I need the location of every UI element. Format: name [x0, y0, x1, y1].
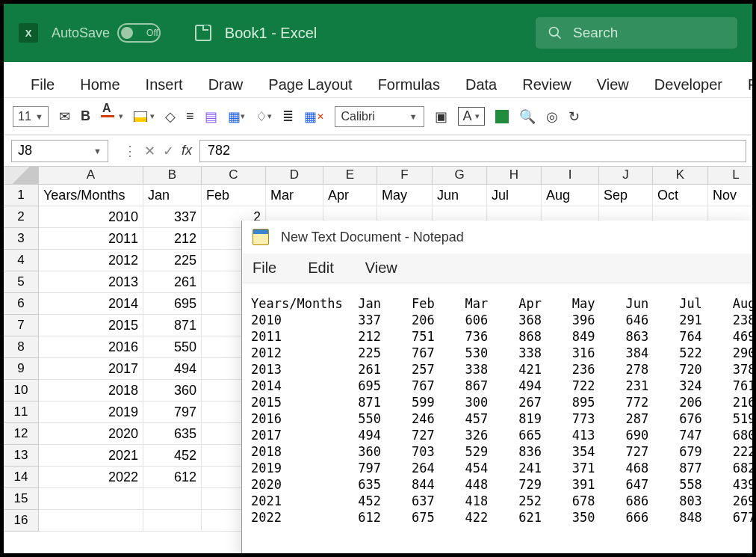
cell[interactable]: 2016: [39, 336, 143, 358]
color-swatch-icon[interactable]: [495, 110, 509, 123]
notepad-body[interactable]: Years/Months Jan Feb Mar Apr May Jun Jul…: [242, 283, 752, 538]
column-header[interactable]: B: [143, 167, 202, 185]
cell[interactable]: 612: [143, 467, 202, 488]
ribbon-tab-view[interactable]: View: [597, 76, 629, 93]
ribbon-tab-draw[interactable]: Draw: [208, 76, 244, 93]
cell[interactable]: Oct: [653, 185, 708, 206]
cell[interactable]: Aug: [542, 185, 599, 206]
row-header[interactable]: 13: [4, 445, 39, 467]
font-size-dropdown[interactable]: 11▼: [13, 106, 49, 127]
notepad-menu-view[interactable]: View: [365, 259, 397, 277]
cell[interactable]: 360: [143, 380, 202, 401]
column-header[interactable]: C: [202, 167, 266, 185]
cell[interactable]: 2015: [39, 315, 143, 336]
column-header[interactable]: D: [266, 167, 323, 185]
cell[interactable]: [39, 510, 143, 532]
cell[interactable]: Apr: [323, 185, 377, 206]
cell[interactable]: Jul: [487, 185, 542, 206]
cell[interactable]: 2019: [39, 401, 143, 423]
ribbon-tab-insert[interactable]: Insert: [146, 76, 183, 93]
cell[interactable]: Mar: [266, 185, 323, 206]
accept-icon[interactable]: ✓: [163, 143, 174, 159]
cancel-icon[interactable]: ✕: [144, 143, 155, 159]
record-icon[interactable]: ◎: [546, 108, 558, 125]
refresh-icon[interactable]: ↻: [568, 108, 580, 125]
notepad-menu-edit[interactable]: Edit: [308, 259, 333, 277]
ribbon-tab-page-layout[interactable]: Page Layout: [268, 76, 352, 93]
cell[interactable]: 212: [143, 228, 202, 250]
row-header[interactable]: 6: [4, 293, 39, 315]
column-header[interactable]: H: [487, 167, 542, 185]
cell[interactable]: 797: [143, 401, 202, 423]
cell[interactable]: 2021: [39, 445, 143, 467]
cell[interactable]: 2022: [39, 467, 143, 488]
more-icon[interactable]: ⋮: [123, 143, 137, 159]
cell[interactable]: 635: [143, 423, 202, 445]
align-2-icon[interactable]: ≣: [282, 108, 294, 125]
table-icon[interactable]: ▦▾: [228, 108, 245, 125]
cell[interactable]: Years/Months: [39, 185, 143, 206]
row-header[interactable]: 2: [4, 206, 39, 228]
name-box[interactable]: J8▼: [11, 140, 108, 162]
delete-rule-icon[interactable]: ▦✕: [304, 108, 324, 125]
cell[interactable]: 2010: [39, 206, 143, 228]
cell[interactable]: 2014: [39, 293, 143, 315]
column-header[interactable]: G: [433, 167, 487, 185]
ribbon-tab-file[interactable]: File: [31, 76, 55, 93]
column-header[interactable]: K: [653, 167, 708, 185]
row-header[interactable]: 15: [4, 488, 39, 510]
cell[interactable]: 2017: [39, 358, 143, 380]
ribbon-tab-developer[interactable]: Developer: [654, 76, 722, 93]
row-header[interactable]: 10: [4, 380, 39, 401]
cell[interactable]: Jan: [143, 185, 202, 206]
cell[interactable]: Jun: [433, 185, 487, 206]
cell[interactable]: 695: [143, 293, 202, 315]
cell[interactable]: May: [377, 185, 433, 206]
row-header[interactable]: 5: [4, 271, 39, 293]
ribbon-tab-power-p[interactable]: Power P: [748, 76, 752, 93]
new-comment-icon[interactable]: ✉: [59, 108, 70, 125]
align-icon[interactable]: ≡: [186, 108, 194, 124]
save-icon[interactable]: [195, 25, 211, 41]
row-header[interactable]: 8: [4, 336, 39, 358]
ribbon-tab-data[interactable]: Data: [465, 76, 497, 93]
cell[interactable]: 2012: [39, 250, 143, 271]
cell[interactable]: Feb: [202, 185, 266, 206]
cell[interactable]: Nov: [708, 185, 752, 206]
row-header[interactable]: 14: [4, 467, 39, 488]
cell[interactable]: 550: [143, 336, 202, 358]
row-header[interactable]: 11: [4, 401, 39, 423]
column-header[interactable]: L: [708, 167, 752, 185]
notepad-title-bar[interactable]: New Text Document - Notepad: [242, 221, 752, 253]
notepad-menu-file[interactable]: File: [252, 259, 276, 277]
column-header[interactable]: E: [323, 167, 377, 185]
cell[interactable]: 2013: [39, 271, 143, 293]
select-all-corner[interactable]: [4, 167, 39, 185]
zoom-icon[interactable]: 🔍: [519, 108, 536, 125]
cell[interactable]: 2018: [39, 380, 143, 401]
notepad-window[interactable]: New Text Document - Notepad FileEditView…: [241, 221, 752, 553]
row-header[interactable]: 16: [4, 510, 39, 532]
paste-icon[interactable]: ▤: [205, 108, 217, 125]
fx-label[interactable]: fx: [182, 143, 192, 159]
ribbon-tab-home[interactable]: Home: [80, 76, 120, 93]
cell[interactable]: 261: [143, 271, 202, 293]
cell[interactable]: [143, 488, 202, 510]
column-header[interactable]: A: [39, 167, 143, 185]
row-header[interactable]: 4: [4, 250, 39, 271]
bold-button[interactable]: B: [81, 108, 90, 124]
row-header[interactable]: 3: [4, 228, 39, 250]
column-header[interactable]: I: [542, 167, 599, 185]
row-header[interactable]: 1: [4, 185, 39, 206]
row-header[interactable]: 9: [4, 358, 39, 380]
font-color-button[interactable]: ▾: [101, 111, 123, 121]
cell[interactable]: 225: [143, 250, 202, 271]
cell[interactable]: 337: [143, 206, 202, 228]
cell[interactable]: 494: [143, 358, 202, 380]
cell[interactable]: 452: [143, 445, 202, 467]
ribbon-tab-review[interactable]: Review: [522, 76, 571, 93]
font-name-dropdown[interactable]: Calibri▼: [335, 106, 424, 127]
font-box-button[interactable]: A▾: [458, 107, 485, 126]
row-header[interactable]: 7: [4, 315, 39, 336]
cell[interactable]: [39, 488, 143, 510]
